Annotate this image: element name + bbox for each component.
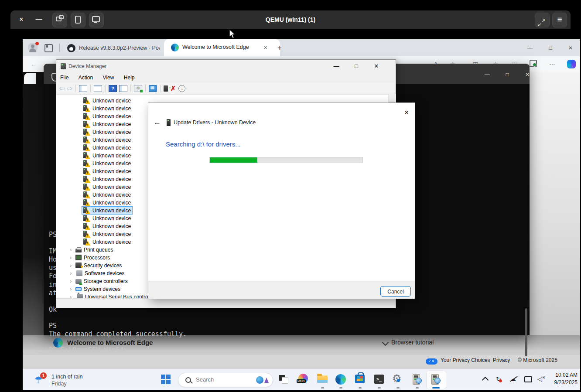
- edge-tabstrip: Release v9.8.3.0p2-Preview · Pow ✕ Welco…: [23, 39, 580, 56]
- taskbar-search-input[interactable]: [195, 376, 245, 383]
- store-button[interactable]: [351, 371, 369, 388]
- properties-icon[interactable]: [94, 85, 102, 92]
- menu-file[interactable]: File: [56, 73, 72, 81]
- tab-label: Release v9.8.3.0p2-Preview · Pow: [79, 45, 160, 51]
- uninstall-device-icon[interactable]: ✗: [170, 85, 176, 92]
- taskbar-search-box[interactable]: [178, 373, 273, 387]
- browser-back-icon[interactable]: ←: [29, 60, 38, 68]
- terminal-minimize-button[interactable]: —: [480, 71, 495, 78]
- qemu-titlebar: ✕ — QEMU (win11) (1) ↗ ↙ ≡: [10, 10, 571, 29]
- help-icon[interactable]: ?: [109, 85, 117, 92]
- terminal-scrollbar[interactable]: [525, 308, 527, 356]
- scan-hardware-icon[interactable]: ⚙: [134, 85, 142, 92]
- cancel-button[interactable]: Cancel: [380, 286, 411, 297]
- tab-close-icon[interactable]: ✕: [262, 44, 269, 51]
- dm-close-button[interactable]: ✕: [367, 61, 386, 71]
- device-manager-icon: [61, 63, 66, 69]
- settings-button[interactable]: ⚙: [389, 371, 407, 388]
- weather-widget[interactable]: ☂ 1 1 inch of rain Friday: [27, 370, 114, 389]
- back-icon[interactable]: ⇦: [59, 85, 65, 92]
- edge-icon: [335, 374, 346, 385]
- tree-item-label: System devices: [84, 286, 120, 292]
- tree-item-label: Unknown device: [92, 223, 131, 229]
- display-tray-icon[interactable]: [524, 376, 532, 382]
- copilot-icon[interactable]: [567, 60, 576, 68]
- privacy-link[interactable]: Privacy: [493, 357, 510, 363]
- dialog-back-icon[interactable]: ←: [154, 118, 161, 127]
- chevron-right-icon[interactable]: ›: [70, 277, 72, 285]
- chevron-right-icon[interactable]: ›: [70, 285, 72, 293]
- qemu-title: QEMU (win11) (1): [10, 10, 571, 29]
- unknown-device-icon: [83, 152, 90, 159]
- remote-computer-icon[interactable]: [149, 85, 157, 92]
- chevron-right-icon[interactable]: ›: [70, 254, 72, 262]
- extensions-icon[interactable]: [528, 60, 538, 68]
- edge-close-button[interactable]: ✕: [564, 44, 577, 52]
- category-icon: [75, 279, 82, 284]
- terminal-close-button[interactable]: ✕: [520, 71, 535, 78]
- copyright-text: © Microsoft 2025: [518, 357, 557, 363]
- menu-action[interactable]: Action: [75, 73, 97, 81]
- search-highlight-icon: [256, 376, 263, 384]
- tab-actions-icon[interactable]: [44, 44, 53, 52]
- privacy-choices-link[interactable]: Your Privacy Choices: [441, 357, 490, 363]
- menu-view[interactable]: View: [99, 73, 118, 81]
- file-explorer-button[interactable]: [314, 371, 331, 388]
- tree-item-label: Processors: [84, 255, 110, 261]
- tree-item-label: Security devices: [84, 262, 122, 269]
- edge-minimize-button[interactable]: —: [523, 44, 537, 52]
- taskbar-clock[interactable]: 10:02 AM 9/23/2025: [544, 372, 578, 387]
- tree-item-label: Unknown device: [92, 160, 131, 167]
- device-manager-button[interactable]: [408, 371, 426, 388]
- forward-icon[interactable]: ⇨: [67, 85, 73, 92]
- disable-device-icon[interactable]: ↓: [178, 85, 185, 92]
- tree-item-label: Software devices: [85, 270, 124, 276]
- tab-github-release[interactable]: Release v9.8.3.0p2-Preview · Pow ✕: [63, 41, 174, 56]
- toolbar-separator: [90, 85, 91, 92]
- extension-status-dot: [533, 63, 537, 67]
- dialog-close-icon[interactable]: ✕: [401, 107, 412, 118]
- unknown-device-icon: [83, 160, 90, 167]
- chevron-right-icon[interactable]: ›: [70, 246, 72, 254]
- category-icon: [75, 262, 82, 268]
- tree-item-label: Unknown device: [92, 145, 131, 151]
- qemu-menu-button[interactable]: ≡: [552, 13, 567, 27]
- qemu-fullscreen-button[interactable]: ↗ ↙: [535, 13, 550, 27]
- onedrive-offline-icon[interactable]: ☁: [510, 375, 516, 382]
- start-button[interactable]: [161, 375, 171, 384]
- progress-fill: [210, 157, 257, 163]
- terminal-maximize-button[interactable]: □: [500, 71, 515, 78]
- unknown-device-icon: [83, 184, 90, 190]
- sync-icon[interactable]: ↻: [496, 375, 501, 382]
- volume-muted-icon[interactable]: ◁✕: [537, 375, 542, 382]
- guest-screen: Release v9.8.3.0p2-Preview · Pow ✕ Welco…: [23, 39, 580, 390]
- task-view-button[interactable]: [275, 371, 292, 388]
- tray-chevron-up-icon[interactable]: [482, 377, 489, 384]
- unknown-device-icon: [83, 113, 90, 119]
- show-window-icon[interactable]: [119, 85, 127, 92]
- chevron-right-icon[interactable]: ›: [70, 269, 72, 277]
- tree-item-label: Unknown device: [92, 208, 131, 214]
- tree-item-label: Unknown device: [92, 153, 131, 159]
- new-tab-button[interactable]: +: [275, 44, 284, 52]
- tree-item-label: Unknown device: [92, 137, 131, 143]
- tab-welcome-edge[interactable]: Welcome to Microsoft Edge ✕: [164, 39, 280, 56]
- edge-maximize-button[interactable]: □: [544, 44, 557, 52]
- settings-more-icon[interactable]: ⋯: [547, 60, 557, 68]
- toolbar-separator: [105, 85, 106, 92]
- telescope-icon: [264, 378, 269, 383]
- dm-maximize-button[interactable]: □: [347, 61, 366, 71]
- update-driver-icon[interactable]: [164, 85, 168, 92]
- chevron-down-icon[interactable]: [382, 339, 389, 346]
- dm-minimize-button[interactable]: —: [327, 61, 346, 71]
- menu-help[interactable]: Help: [120, 73, 139, 81]
- browser-tutorial-link[interactable]: Browser tutorial: [391, 339, 434, 346]
- device-manager-active-button[interactable]: [427, 371, 444, 388]
- profile-notification-dot: [35, 41, 39, 46]
- terminal-button[interactable]: >_: [370, 371, 388, 388]
- chevron-right-icon[interactable]: ›: [70, 262, 72, 269]
- tree-item-label: Unknown device: [92, 129, 131, 135]
- m365-copilot-button[interactable]: M365: [295, 371, 312, 388]
- edge-taskbar-button[interactable]: [332, 371, 349, 388]
- console-tree-icon[interactable]: [79, 85, 87, 92]
